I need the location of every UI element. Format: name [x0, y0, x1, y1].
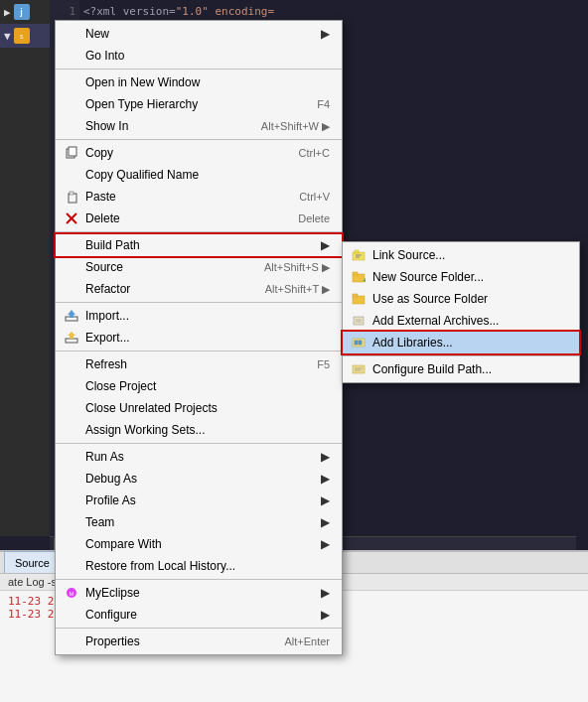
svg-rect-21 [354, 317, 364, 325]
menu-item-paste-label: Paste [85, 190, 299, 204]
project-ssh[interactable]: ▼ s [0, 24, 50, 48]
project-ssh-icon: s [14, 28, 30, 44]
add-libraries-icon [349, 336, 368, 350]
submenu-item-new-source-folder[interactable]: + New Source Folder... [343, 266, 579, 288]
menu-item-refactor[interactable]: Refactor Alt+Shift+T ▶ [56, 278, 342, 300]
submenu-item-use-as-source[interactable]: Use as Source Folder [343, 288, 579, 310]
submenu-item-configure-build-path-label: Configure Build Path... [372, 362, 567, 376]
line-num-1: 1 [50, 4, 79, 20]
menu-item-myeclipse-label: MyEclipse [85, 586, 321, 600]
menu-item-copy-qualified[interactable]: Copy Qualified Name [56, 164, 342, 186]
menu-item-configure-label: Configure [85, 608, 321, 622]
menu-item-compare-with[interactable]: Compare With ▶ [56, 533, 342, 555]
project-ssh-arrow: ▼ [4, 30, 11, 43]
menu-item-configure[interactable]: Configure ▶ [56, 604, 342, 626]
menu-item-show-in-shortcut: Alt+Shift+W ▶ [261, 120, 330, 133]
menu-item-paste-shortcut: Ctrl+V [299, 191, 330, 203]
menu-item-run-as[interactable]: Run As ▶ [56, 446, 342, 468]
menu-item-source-label: Source [85, 260, 264, 274]
menu-item-myeclipse[interactable]: M MyEclipse ▶ [56, 582, 342, 604]
svg-rect-3 [70, 192, 74, 195]
project-jhat-icon: j [14, 4, 30, 20]
menu-item-build-path-label: Build Path [85, 238, 321, 252]
menu-item-refresh-label: Refresh [85, 357, 317, 371]
svg-text:M: M [70, 591, 74, 597]
menu-item-close-project[interactable]: Close Project [56, 375, 342, 397]
menu-item-open-new-window[interactable]: Open in New Window [56, 71, 342, 93]
menu-item-profile-as[interactable]: Profile As ▶ [56, 490, 342, 511]
menu-item-copy[interactable]: Copy Ctrl+C [56, 142, 342, 164]
menu-item-import-label: Import... [85, 309, 330, 323]
menu-item-refresh[interactable]: Refresh F5 [56, 353, 342, 375]
menu-item-properties-label: Properties [85, 634, 284, 648]
menu-item-new-arrow: ▶ [321, 27, 330, 41]
menu-item-go-into-label: Go Into [85, 49, 330, 63]
add-external-archives-icon [349, 314, 368, 328]
menu-item-paste[interactable]: Paste Ctrl+V [56, 186, 342, 208]
menu-item-team-label: Team [85, 515, 321, 529]
menu-item-debug-as-label: Debug As [85, 472, 321, 486]
separator-3 [56, 231, 342, 232]
code-line-1: <?xml version="1.0" encoding= [83, 4, 572, 20]
menu-item-copy-shortcut: Ctrl+C [299, 147, 330, 159]
submenu-item-add-libraries[interactable]: Add Libraries... [343, 332, 579, 353]
submenu-item-new-source-folder-label: New Source Folder... [372, 270, 567, 284]
menu-item-close-unrelated[interactable]: Close Unrelated Projects [56, 397, 342, 419]
menu-item-source[interactable]: Source Alt+Shift+S ▶ [56, 256, 342, 278]
menu-item-copy-label: Copy [85, 146, 299, 160]
menu-item-delete[interactable]: Delete Delete [56, 208, 342, 229]
menu-item-refresh-shortcut: F5 [317, 358, 330, 370]
menu-item-restore-from-local[interactable]: Restore from Local History... [56, 555, 342, 577]
menu-item-run-as-label: Run As [85, 450, 321, 464]
submenu-item-configure-build-path[interactable]: Configure Build Path... [343, 358, 579, 380]
svg-rect-25 [355, 341, 358, 345]
menu-item-refactor-shortcut: Alt+Shift+T ▶ [265, 283, 330, 296]
menu-item-assign-working-sets-label: Assign Working Sets... [85, 423, 330, 437]
svg-rect-26 [359, 341, 362, 345]
separator-5 [56, 351, 342, 351]
menu-item-compare-with-arrow: ▶ [321, 537, 330, 551]
menu-item-build-path[interactable]: Build Path ▶ [56, 234, 342, 256]
separator-6 [56, 443, 342, 444]
submenu-separator [343, 355, 579, 356]
menu-item-import[interactable]: Import... [56, 305, 342, 327]
submenu-item-link-source-label: Link Source... [372, 248, 567, 262]
menu-item-delete-shortcut: Delete [298, 212, 330, 224]
menu-item-show-in-label: Show In [85, 119, 261, 133]
submenu-item-use-as-source-label: Use as Source Folder [372, 292, 567, 306]
menu-item-go-into[interactable]: Go Into [56, 45, 342, 67]
submenu-item-add-external-archives-label: Add External Archives... [372, 314, 567, 328]
separator-8 [56, 628, 342, 629]
svg-rect-8 [66, 339, 77, 343]
menu-item-new[interactable]: New ▶ [56, 23, 342, 45]
menu-item-open-type-hierarchy[interactable]: Open Type Hierarchy F4 [56, 93, 342, 115]
myeclipse-icon: M [62, 586, 81, 600]
menu-item-run-as-arrow: ▶ [321, 450, 330, 464]
export-icon [62, 331, 81, 345]
menu-item-assign-working-sets[interactable]: Assign Working Sets... [56, 419, 342, 441]
separator-1 [56, 69, 342, 70]
menu-item-open-new-window-label: Open in New Window [85, 75, 330, 89]
project-jhat-arrow: ▶ [4, 6, 11, 19]
copy-icon [62, 146, 81, 160]
menu-item-properties[interactable]: Properties Alt+Enter [56, 631, 342, 652]
project-jhat[interactable]: ▶ j [0, 0, 50, 24]
menu-item-profile-as-label: Profile As [85, 493, 321, 507]
svg-rect-2 [69, 194, 76, 203]
menu-item-debug-as[interactable]: Debug As ▶ [56, 468, 342, 490]
menu-item-build-path-arrow: ▶ [321, 238, 330, 252]
menu-item-export[interactable]: Export... [56, 327, 342, 349]
link-source-icon [349, 248, 368, 262]
tab-source[interactable]: Source [4, 551, 61, 573]
context-menu: New ▶ Go Into Open in New Window Open Ty… [55, 20, 343, 655]
menu-item-team[interactable]: Team ▶ [56, 511, 342, 533]
menu-item-copy-qualified-label: Copy Qualified Name [85, 168, 330, 182]
svg-rect-13 [355, 250, 359, 253]
separator-4 [56, 302, 342, 303]
submenu-item-link-source[interactable]: Link Source... [343, 244, 579, 266]
menu-item-profile-as-arrow: ▶ [321, 493, 330, 507]
svg-rect-27 [353, 365, 365, 373]
menu-item-show-in[interactable]: Show In Alt+Shift+W ▶ [56, 115, 342, 137]
submenu-item-add-external-archives[interactable]: Add External Archives... [343, 310, 579, 332]
separator-7 [56, 579, 342, 580]
